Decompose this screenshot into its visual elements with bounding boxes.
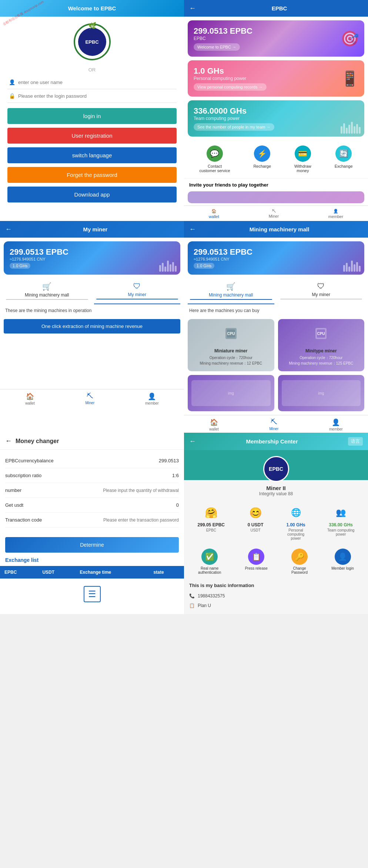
- s5-usdt-key: Get usdt: [5, 502, 42, 508]
- realname-icon: ✅: [201, 549, 218, 565]
- login-button[interactable]: login in: [7, 108, 177, 124]
- s5-row-ratio: subscription ratio 1:6: [5, 468, 179, 483]
- balance-amount: 299.0513 EPBC: [194, 26, 358, 36]
- s5-txcode-key: Transaction code: [5, 517, 42, 523]
- member-icon: 👤: [335, 549, 351, 565]
- personal-computing-card: 1.0 GHs Personal computing power View pe…: [188, 60, 364, 97]
- nav-wallet[interactable]: 🏠 wallet: [209, 209, 219, 219]
- s6-back-icon[interactable]: ←: [189, 438, 196, 445]
- team-label: Team computing power: [194, 116, 358, 121]
- s4-header-title: Mining machinery mall: [196, 226, 363, 232]
- balance-label: EPBC: [194, 36, 358, 41]
- recharge-item[interactable]: ⚡ Recharge: [253, 145, 271, 173]
- s3-balance-amount: 299.0513 EPBC: [10, 247, 174, 257]
- s4-member-nav-icon: 👤: [332, 418, 340, 426]
- realname-label: Real name authentication: [198, 566, 221, 574]
- s6-epbc-amount: 299.05 EPBC: [198, 522, 225, 527]
- password-label: Change Password: [291, 566, 308, 574]
- s4-header: ← Mining machinery mall: [184, 221, 368, 238]
- s5-back-icon[interactable]: ←: [5, 437, 12, 445]
- s6-profile: EPBC Miner II Integrity value 88: [184, 450, 368, 500]
- tab-mining-mall[interactable]: 🛒 Mining machinery mall: [4, 278, 90, 304]
- s6-team-label: Team computing power: [327, 528, 354, 536]
- welcome-epbc-button[interactable]: Welcome to EPBC →: [194, 43, 240, 51]
- s2-bottom-nav: 🏠 wallet ⛏ Miner 👤 member: [184, 205, 368, 221]
- product1-name: Miniature miner: [191, 348, 271, 353]
- s3-bottom-nav: 🏠 wallet ⛏ Miner 👤 member: [0, 389, 184, 407]
- s1-header: Welcome to EPBC: [0, 0, 184, 17]
- s5-number-key: number: [5, 487, 42, 493]
- nav-miner[interactable]: ⛏ Miner: [269, 209, 279, 219]
- contact-service-item[interactable]: 💬 Contact customer service: [199, 145, 230, 173]
- stat-avatar-personal: 🌐: [287, 504, 305, 522]
- password-icon: 🔑: [291, 549, 308, 565]
- s4-tab-mining-mall[interactable]: 🛒 Mining machinery mall: [188, 278, 274, 304]
- tab-my-miner[interactable]: 🛡 My miner: [94, 278, 181, 304]
- forget-password-button[interactable]: Forget the password: [7, 167, 177, 183]
- s4-tab-my-miner[interactable]: 🛡 My miner: [278, 278, 365, 304]
- product-card-4[interactable]: img: [278, 375, 365, 411]
- username-input[interactable]: [18, 80, 175, 85]
- s3-nav-member[interactable]: 👤 member: [145, 392, 159, 405]
- cpu-icon-2: CPU: [282, 324, 361, 346]
- s4-nav-member[interactable]: 👤 member: [329, 418, 343, 431]
- logo-area: 🌿 EPBC: [0, 17, 184, 64]
- s4-bar-chart: [343, 261, 361, 272]
- s6-action-realname[interactable]: ✅ Real name authentication: [198, 549, 221, 574]
- s3-bar-chart: [159, 261, 177, 272]
- username-row: 👤: [7, 76, 177, 89]
- s4-balance-amount: 299.0513 EPBC: [194, 247, 358, 257]
- press-label: Press release: [245, 566, 268, 570]
- s5-balance-val: 299.0513: [42, 458, 179, 463]
- miner-nav-icon: ⛏: [272, 209, 276, 213]
- s3-back-icon[interactable]: ←: [5, 225, 12, 233]
- s6-personal-amount: 1.00 GHs: [286, 522, 305, 527]
- contact-service-label: Contact customer service: [199, 164, 230, 173]
- logo-inner: EPBC: [78, 28, 106, 56]
- s3-nav-miner[interactable]: ⛏ Miner: [85, 392, 94, 405]
- s6-usdt-label: USDT: [251, 528, 261, 532]
- exchange-label: Exchange: [335, 164, 353, 168]
- s4-nav-wallet[interactable]: 🏠 wallet: [209, 418, 219, 431]
- s4-nav-miner[interactable]: ⛏ Miner: [269, 418, 278, 431]
- s6-basic-title: This is my basic information: [189, 583, 363, 588]
- product-minitype[interactable]: CPU Minitype miner Operation cycle：720ho…: [278, 319, 365, 371]
- team-count-button[interactable]: See the number of people in my team →: [194, 123, 274, 131]
- s4-balance-card: 299.0513 EPBC ≈1276.949051 CNY 1.0 GHs: [188, 241, 364, 275]
- recharge-label: Recharge: [253, 164, 271, 168]
- s5-body: EPBCcurrencybalance 299.0513 subscriptio…: [0, 450, 184, 531]
- s4-back-icon[interactable]: ←: [189, 225, 196, 233]
- withdraw-icon: 💳: [295, 145, 311, 162]
- back-arrow-icon[interactable]: ←: [189, 4, 196, 12]
- view-records-button[interactable]: View personal computing records →: [194, 83, 267, 91]
- exchange-list-title: Exchange list: [0, 553, 184, 566]
- language-button[interactable]: 语言: [348, 437, 363, 446]
- register-button[interactable]: User registration: [7, 128, 177, 144]
- s6-stat-epbc: 🤗 299.05 EPBC EPBC: [198, 504, 225, 540]
- withdraw-item[interactable]: 💳 Withdraw money: [294, 145, 311, 173]
- s5-number-input[interactable]: [42, 488, 179, 493]
- cpu-icon-1: CPU: [191, 324, 271, 346]
- extract-revenue-button[interactable]: One click extraction of mining machine r…: [4, 319, 180, 334]
- exchange-item[interactable]: 🔄 Exchange: [335, 145, 353, 173]
- s3-header-title: My miner: [12, 226, 179, 232]
- s3-nav-wallet[interactable]: 🏠 wallet: [25, 392, 35, 405]
- s6-phone-row: 📞 19884332575: [189, 591, 363, 601]
- s6-stat-personal: 🌐 1.00 GHs Personal computing power: [286, 504, 305, 540]
- product-card-3[interactable]: img: [188, 375, 274, 411]
- nav-member[interactable]: 👤 member: [328, 209, 343, 219]
- phone-decoration-icon: 📱: [341, 70, 359, 87]
- s6-action-member[interactable]: 👤 Member login: [331, 549, 354, 574]
- product4-image: img: [282, 380, 361, 406]
- s6-action-press[interactable]: 📋 Press release: [245, 549, 268, 574]
- password-input[interactable]: [18, 93, 175, 99]
- determine-button[interactable]: Determine: [5, 537, 179, 553]
- col-epbc: EPBC: [1, 567, 38, 578]
- s5-title: Money changer: [16, 438, 59, 445]
- product-miniature[interactable]: CPU Miniature miner Operation cycle：720h…: [188, 319, 274, 371]
- s5-txcode-input[interactable]: [42, 517, 179, 523]
- s6-action-password[interactable]: 🔑 Change Password: [291, 549, 308, 574]
- s4-wallet-nav-icon: 🏠: [210, 418, 218, 426]
- download-app-button[interactable]: Download app: [7, 187, 177, 202]
- language-button[interactable]: switch language: [7, 147, 177, 163]
